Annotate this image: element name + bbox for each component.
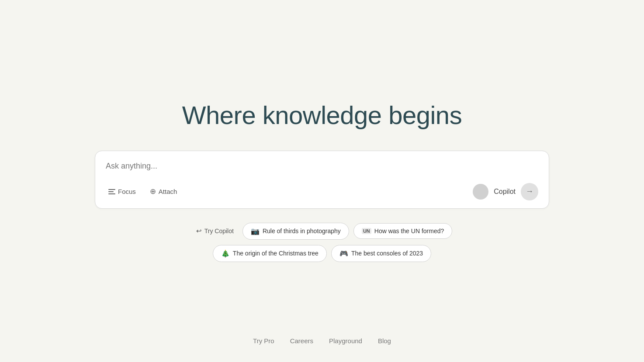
- search-input[interactable]: [106, 162, 538, 171]
- christmas-tree-pill[interactable]: 🎄 The origin of the Christmas tree: [213, 245, 327, 262]
- footer-links: Try Pro Careers Playground Blog: [253, 337, 391, 345]
- playground-link[interactable]: Playground: [329, 337, 362, 345]
- main-container: Where knowledge begins Focus ⊕: [0, 100, 644, 262]
- careers-link[interactable]: Careers: [290, 337, 313, 345]
- christmas-tree-icon: 🎄: [221, 249, 230, 258]
- best-consoles-pill[interactable]: 🎮 The best consoles of 2023: [331, 245, 431, 262]
- focus-button[interactable]: Focus: [106, 186, 138, 197]
- un-icon: UN: [362, 228, 371, 234]
- camera-icon: 📷: [251, 227, 260, 235]
- search-footer: Focus ⊕ Attach Copilot →: [106, 183, 538, 200]
- arrow-right-icon: →: [526, 187, 533, 196]
- suggestion-pills: ↩ Try Copilot 📷 Rule of thirds in photog…: [192, 223, 453, 262]
- search-actions-left: Focus ⊕ Attach: [106, 185, 180, 198]
- rule-of-thirds-label: Rule of thirds in photography: [263, 228, 341, 234]
- rule-of-thirds-pill[interactable]: 📷 Rule of thirds in photography: [242, 223, 349, 240]
- pills-row-1: ↩ Try Copilot 📷 Rule of thirds in photog…: [192, 223, 453, 240]
- focus-label: Focus: [118, 188, 136, 195]
- submit-button[interactable]: →: [521, 183, 538, 200]
- focus-icon: [108, 189, 115, 194]
- page-headline: Where knowledge begins: [182, 100, 462, 130]
- try-pro-link[interactable]: Try Pro: [253, 337, 274, 345]
- best-consoles-label: The best consoles of 2023: [351, 250, 423, 257]
- try-copilot-icon: ↩: [196, 227, 202, 235]
- attach-label: Attach: [159, 188, 177, 195]
- blog-link[interactable]: Blog: [378, 337, 391, 345]
- search-box: Focus ⊕ Attach Copilot →: [95, 151, 549, 209]
- search-actions-right: Copilot →: [473, 183, 538, 200]
- un-formed-label: How was the UN formed?: [374, 228, 444, 234]
- attach-icon: ⊕: [150, 187, 156, 196]
- attach-button[interactable]: ⊕ Attach: [147, 185, 180, 198]
- try-copilot-label: Try Copilot: [204, 228, 234, 234]
- copilot-label: Copilot: [494, 188, 516, 196]
- un-formed-pill[interactable]: UN How was the UN formed?: [353, 223, 452, 239]
- gamepad-icon: 🎮: [339, 249, 348, 258]
- try-copilot-button[interactable]: ↩ Try Copilot: [192, 224, 238, 238]
- pills-row-2: 🎄 The origin of the Christmas tree 🎮 The…: [213, 245, 431, 262]
- copilot-toggle[interactable]: [473, 184, 488, 200]
- christmas-tree-label: The origin of the Christmas tree: [233, 250, 319, 257]
